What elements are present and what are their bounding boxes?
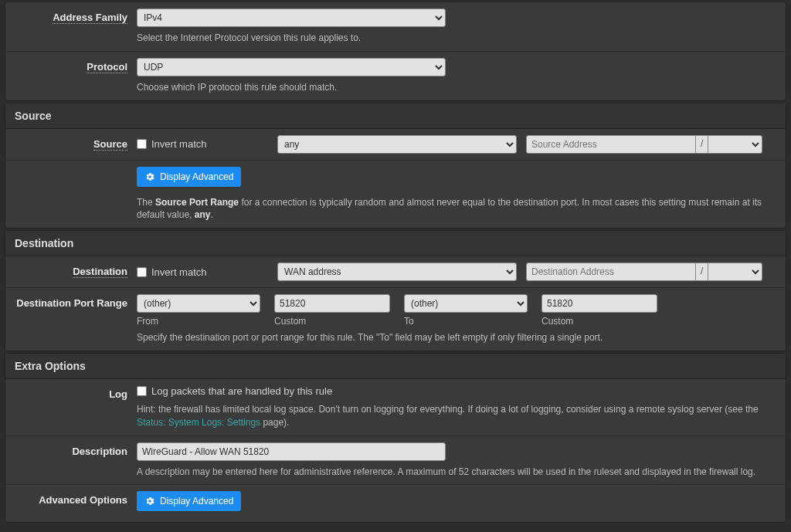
- destination-mask-select[interactable]: [708, 263, 762, 281]
- dest-port-to-custom-input[interactable]: [541, 294, 657, 313]
- description-help: A description may be entered here for ad…: [137, 466, 776, 479]
- destination-label: Destination: [73, 266, 127, 278]
- dest-port-help: Specify the destination port or port ran…: [137, 331, 776, 344]
- description-input[interactable]: [137, 442, 446, 461]
- custom-sublabel: Custom: [274, 316, 390, 327]
- advanced-display-button[interactable]: Display Advanced: [137, 491, 241, 511]
- dest-port-to-select[interactable]: (other): [404, 294, 528, 313]
- to-sublabel: To: [404, 316, 528, 327]
- log-help: Hint: the firewall has limited local log…: [137, 403, 776, 429]
- address-family-select[interactable]: IPv4: [137, 8, 446, 27]
- syslog-settings-link[interactable]: Status: System Logs: Settings: [137, 417, 260, 428]
- source-address-input[interactable]: [526, 135, 696, 154]
- gear-icon: [144, 496, 155, 507]
- source-mask-select[interactable]: [708, 135, 762, 154]
- mask-separator: /: [696, 135, 708, 154]
- address-family-help: Select the Internet Protocol version thi…: [137, 32, 776, 45]
- destination-address-input[interactable]: [526, 263, 696, 281]
- destination-type-select[interactable]: WAN address: [277, 263, 517, 281]
- dest-port-from-custom-input[interactable]: [274, 294, 390, 313]
- source-invert-checkbox[interactable]: [137, 139, 147, 149]
- destination-section-title: Destination: [5, 231, 786, 256]
- log-label: Log: [109, 388, 127, 400]
- source-display-advanced-button[interactable]: Display Advanced: [137, 167, 241, 187]
- from-sublabel: From: [137, 316, 260, 327]
- extra-options-title: Extra Options: [5, 354, 786, 379]
- protocol-label: Protocol: [87, 61, 127, 73]
- dest-port-range-label: Destination Port Range: [16, 297, 127, 309]
- dest-port-from-select[interactable]: (other): [137, 294, 260, 313]
- protocol-help: Choose which IP protocol this rule shoul…: [137, 81, 776, 94]
- log-check-label: Log packets that are handled by this rul…: [151, 385, 332, 397]
- description-label: Description: [72, 446, 127, 457]
- mask-separator: /: [696, 263, 708, 281]
- source-type-select[interactable]: any: [277, 135, 517, 154]
- protocol-select[interactable]: UDP: [137, 58, 446, 76]
- source-port-help: The Source Port Range for a connection i…: [137, 196, 776, 222]
- gear-icon: [144, 171, 155, 182]
- advanced-options-label: Advanced Options: [39, 494, 127, 506]
- source-section-title: Source: [5, 103, 786, 129]
- source-label: Source: [93, 138, 127, 151]
- destination-invert-checkbox[interactable]: [137, 267, 147, 277]
- source-invert-label: Invert match: [151, 138, 207, 150]
- destination-invert-label: Invert match: [151, 266, 207, 278]
- log-checkbox[interactable]: [137, 386, 147, 396]
- custom-sublabel-2: Custom: [541, 316, 657, 327]
- address-family-label: Address Family: [53, 12, 127, 24]
